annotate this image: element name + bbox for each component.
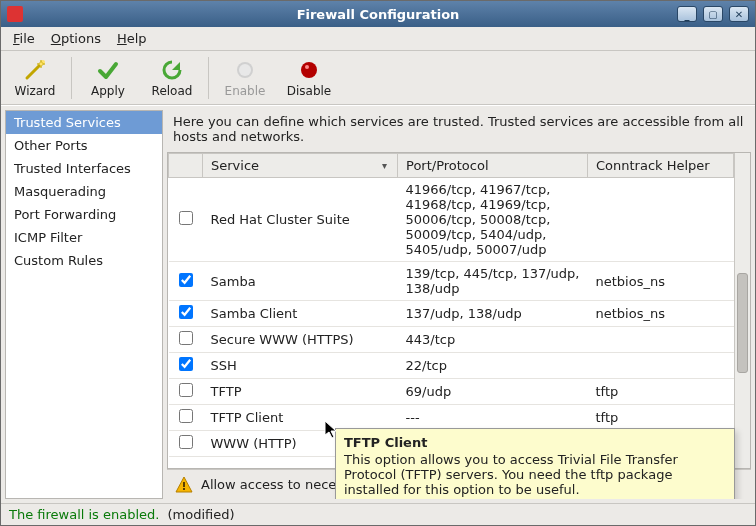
service-port: 443/tcp [398,327,588,353]
service-port: 137/udp, 138/udp [398,301,588,327]
services-table: Service▾ Port/Protocol Conntrack Helper … [168,153,734,457]
sidebar-item-other-ports[interactable]: Other Ports [6,134,162,157]
service-port: --- [398,405,588,431]
service-name: TFTP [203,379,398,405]
service-conntrack: netbios_ns [588,262,734,301]
toolbar-separator [71,57,72,99]
description-text: Here you can define which services are t… [167,110,751,152]
service-checkbox[interactable] [179,435,193,449]
col-conntrack[interactable]: Conntrack Helper [588,154,734,178]
enable-label: Enable [225,84,266,98]
menu-options[interactable]: Options [45,29,107,48]
service-conntrack: tftp [588,379,734,405]
status-modified-text: (modified) [167,507,234,522]
sort-indicator-icon: ▾ [382,160,387,171]
table-row[interactable]: TFTP Client---tftp [169,405,734,431]
service-checkbox[interactable] [179,305,193,319]
main-panel: Here you can define which services are t… [167,110,751,499]
reload-button[interactable]: Reload [140,53,204,103]
reload-label: Reload [152,84,193,98]
tooltip-title: TFTP Client [344,435,726,450]
service-conntrack: tftp [588,405,734,431]
apply-button[interactable]: Apply [76,53,140,103]
toolbar: Wizard Apply Reload Enable Disable [1,51,755,105]
sidebar-item-masquerading[interactable]: Masquerading [6,180,162,203]
service-checkbox[interactable] [179,331,193,345]
table-row[interactable]: Samba139/tcp, 445/tcp, 137/udp, 138/udpn… [169,262,734,301]
window: Firewall Configuration _ ▢ ✕ File Option… [0,0,756,526]
status-bar: The firewall is enabled. (modified) [1,503,755,525]
service-checkbox[interactable] [179,357,193,371]
enable-icon [233,58,257,82]
menu-file[interactable]: File [7,29,41,48]
maximize-button[interactable]: ▢ [703,6,723,22]
table-row[interactable]: Red Hat Cluster Suite41966/tcp, 41967/tc… [169,178,734,262]
svg-point-4 [301,62,317,78]
col-check[interactable] [169,154,203,178]
table-row[interactable]: Secure WWW (HTTPS)443/tcp [169,327,734,353]
service-conntrack [588,178,734,262]
body: Trusted ServicesOther PortsTrusted Inter… [1,105,755,503]
status-enabled-text: The firewall is enabled. [9,507,159,522]
services-table-scroll[interactable]: Service▾ Port/Protocol Conntrack Helper … [168,153,734,468]
service-name: Red Hat Cluster Suite [203,178,398,262]
sidebar-item-trusted-services[interactable]: Trusted Services [6,111,162,134]
svg-rect-7 [183,488,185,490]
service-port: 41966/tcp, 41967/tcp, 41968/tcp, 41969/t… [398,178,588,262]
wizard-label: Wizard [15,84,56,98]
scrollbar-thumb[interactable] [737,273,748,373]
app-icon [7,6,23,22]
table-row[interactable]: Samba Client137/udp, 138/udpnetbios_ns [169,301,734,327]
window-title: Firewall Configuration [1,7,755,22]
table-row[interactable]: SSH22/tcp [169,353,734,379]
service-name: Samba Client [203,301,398,327]
service-name: Secure WWW (HTTPS) [203,327,398,353]
menu-help[interactable]: Help [111,29,153,48]
svg-point-3 [239,64,251,76]
warning-icon [175,476,193,494]
wizard-button[interactable]: Wizard [3,53,67,103]
services-table-wrap: Service▾ Port/Protocol Conntrack Helper … [167,152,751,469]
service-port: 69/udp [398,379,588,405]
service-port: 139/tcp, 445/tcp, 137/udp, 138/udp [398,262,588,301]
svg-rect-6 [183,482,185,487]
service-conntrack: netbios_ns [588,301,734,327]
reload-icon [160,58,184,82]
service-port: 22/tcp [398,353,588,379]
toolbar-separator-2 [208,57,209,99]
col-service[interactable]: Service▾ [203,154,398,178]
close-button[interactable]: ✕ [729,6,749,22]
service-checkbox[interactable] [179,211,193,225]
vertical-scrollbar[interactable] [734,153,750,468]
service-name: Samba [203,262,398,301]
tooltip: TFTP Client This option allows you to ac… [335,428,735,499]
check-icon [96,58,120,82]
service-checkbox[interactable] [179,383,193,397]
disable-label: Disable [287,84,332,98]
titlebar: Firewall Configuration _ ▢ ✕ [1,1,755,27]
apply-label: Apply [91,84,125,98]
disable-icon [297,58,321,82]
sidebar-item-custom-rules[interactable]: Custom Rules [6,249,162,272]
service-name: SSH [203,353,398,379]
svg-point-5 [305,65,309,69]
service-name: TFTP Client [203,405,398,431]
minimize-button[interactable]: _ [677,6,697,22]
sidebar-item-port-forwarding[interactable]: Port Forwarding [6,203,162,226]
sidebar[interactable]: Trusted ServicesOther PortsTrusted Inter… [5,110,163,499]
wand-icon [23,58,47,82]
sidebar-item-icmp-filter[interactable]: ICMP Filter [6,226,162,249]
menu-bar: File Options Help [1,27,755,51]
service-checkbox[interactable] [179,409,193,423]
svg-line-0 [27,64,41,78]
disable-button[interactable]: Disable [277,53,341,103]
sidebar-item-trusted-interfaces[interactable]: Trusted Interfaces [6,157,162,180]
enable-button: Enable [213,53,277,103]
service-checkbox[interactable] [179,273,193,287]
col-port[interactable]: Port/Protocol [398,154,588,178]
service-conntrack [588,327,734,353]
service-conntrack [588,353,734,379]
tooltip-body: This option allows you to access Trivial… [344,452,726,497]
table-row[interactable]: TFTP69/udptftp [169,379,734,405]
warning-text: Allow access to nece [201,477,336,492]
